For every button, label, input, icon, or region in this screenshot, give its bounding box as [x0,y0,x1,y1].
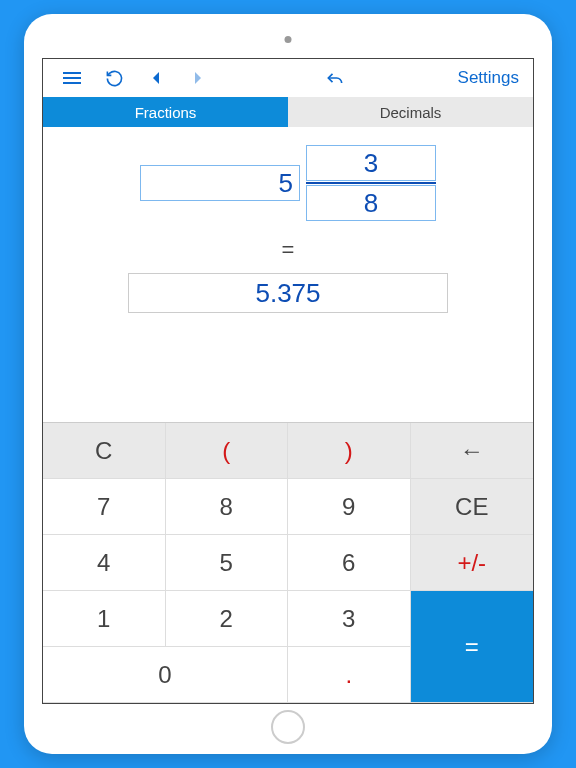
key-9[interactable]: 9 [288,479,411,535]
menu-button[interactable] [53,59,91,97]
undo-button[interactable] [316,59,354,97]
key-2[interactable]: 2 [166,591,289,647]
whole-input[interactable]: 5 [140,165,300,201]
equals-sign: = [282,237,295,263]
refresh-button[interactable] [95,59,133,97]
tab-fractions[interactable]: Fractions [43,97,288,127]
tablet-frame: Settings Fractions Decimals 5 3 8 = 5.37… [24,14,552,754]
display-area: 5 3 8 = 5.375 [43,127,533,422]
chevron-left-icon [150,71,162,85]
toolbar: Settings [43,59,533,97]
numerator-input[interactable]: 3 [306,145,436,181]
chevron-right-icon [192,71,204,85]
backspace-icon: ← [460,437,484,465]
tablet-home-button[interactable] [271,710,305,744]
undo-icon [325,70,345,86]
svg-marker-0 [153,72,159,84]
fraction-bar [306,182,436,184]
tab-decimals[interactable]: Decimals [288,97,533,127]
key-dot[interactable]: . [288,647,411,703]
settings-link[interactable]: Settings [454,68,523,88]
key-clear[interactable]: C [43,423,166,479]
key-equals[interactable]: = [411,591,534,703]
key-rparen[interactable]: ) [288,423,411,479]
tablet-camera [285,36,292,43]
app-screen: Settings Fractions Decimals 5 3 8 = 5.37… [42,58,534,704]
refresh-icon [105,69,124,88]
svg-marker-1 [195,72,201,84]
key-0[interactable]: 0 [43,647,288,703]
key-6[interactable]: 6 [288,535,411,591]
keypad: C ( ) ← 7 8 9 CE 4 5 6 +/- 1 2 3 = 0 . [43,422,533,703]
denominator-input[interactable]: 8 [306,185,436,221]
key-5[interactable]: 5 [166,535,289,591]
key-1[interactable]: 1 [43,591,166,647]
key-3[interactable]: 3 [288,591,411,647]
key-plusminus[interactable]: +/- [411,535,534,591]
mixed-number: 5 3 8 [140,145,436,221]
prev-button[interactable] [137,59,175,97]
mode-tabs: Fractions Decimals [43,97,533,127]
key-8[interactable]: 8 [166,479,289,535]
key-7[interactable]: 7 [43,479,166,535]
hamburger-icon [63,72,81,84]
fraction: 3 8 [306,145,436,221]
key-lparen[interactable]: ( [166,423,289,479]
key-backspace[interactable]: ← [411,423,534,479]
key-4[interactable]: 4 [43,535,166,591]
result-output: 5.375 [128,273,448,313]
next-button[interactable] [179,59,217,97]
key-ce[interactable]: CE [411,479,534,535]
